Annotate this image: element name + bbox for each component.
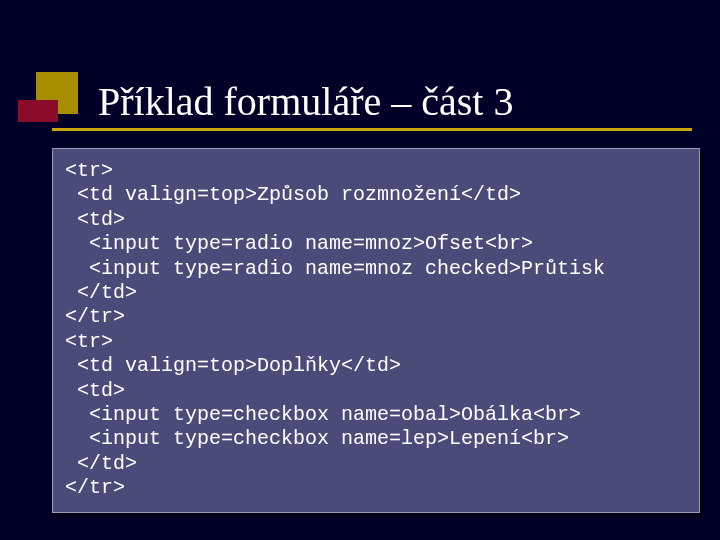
code-line: </td> [65, 281, 137, 304]
code-line: </tr> [65, 305, 125, 328]
title-underline [52, 128, 692, 131]
code-line: <input type=checkbox name=obal>Obálka<br… [65, 403, 581, 426]
code-line: </td> [65, 452, 137, 475]
code-line: <td> [65, 379, 125, 402]
code-line: <tr> [65, 159, 113, 182]
code-line: <td> [65, 208, 125, 231]
code-line: <input type=checkbox name=lep>Lepení<br> [65, 427, 569, 450]
slide-title: Příklad formuláře – část 3 [98, 78, 513, 125]
code-line: <input type=radio name=mnoz checked>Průt… [65, 257, 605, 280]
code-line: <td valign=top>Doplňky</td> [65, 354, 401, 377]
code-panel: <tr> <td valign=top>Způsob rozmnožení</t… [52, 148, 700, 513]
accent-rect-red [18, 100, 58, 122]
code-line: <td valign=top>Způsob rozmnožení</td> [65, 183, 521, 206]
code-block: <tr> <td valign=top>Způsob rozmnožení</t… [65, 159, 687, 500]
code-line: </tr> [65, 476, 125, 499]
code-line: <tr> [65, 330, 113, 353]
slide: Příklad formuláře – část 3 <tr> <td vali… [0, 0, 720, 540]
code-line: <input type=radio name=mnoz>Ofset<br> [65, 232, 533, 255]
